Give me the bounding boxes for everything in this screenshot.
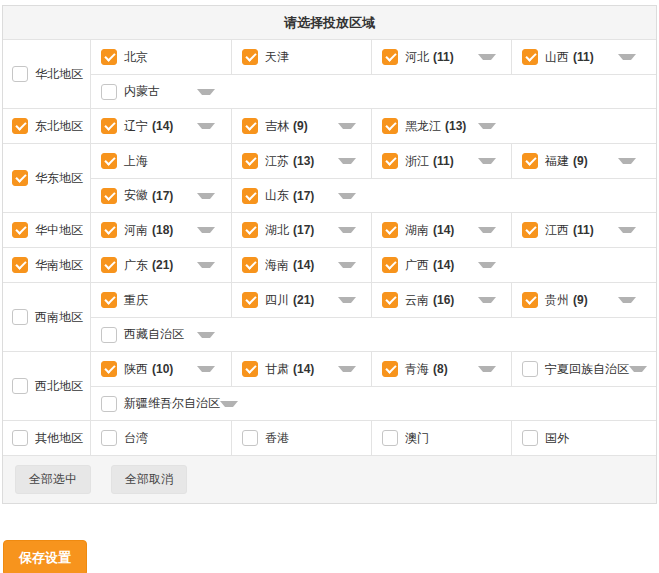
province-cell[interactable]: 湖北(17) xyxy=(231,213,371,247)
chevron-down-icon[interactable] xyxy=(197,193,215,199)
save-settings-button[interactable]: 保存设置 xyxy=(3,540,87,573)
chevron-down-icon[interactable] xyxy=(197,123,215,129)
region-group-cell[interactable]: 西南地区 xyxy=(3,283,91,351)
chevron-down-icon[interactable] xyxy=(197,366,215,372)
checkbox-checked-icon[interactable] xyxy=(101,153,117,169)
province-cell[interactable]: 黑龙江(13) xyxy=(371,109,656,143)
chevron-down-icon[interactable] xyxy=(629,366,647,372)
region-group-cell[interactable]: 华中地区 xyxy=(3,213,91,247)
checkbox-checked-icon[interactable] xyxy=(522,153,538,169)
chevron-down-icon[interactable] xyxy=(618,297,636,303)
province-cell[interactable]: 西藏自治区 xyxy=(91,318,656,351)
chevron-down-icon[interactable] xyxy=(618,54,636,60)
checkbox-checked-icon[interactable] xyxy=(101,188,117,204)
chevron-down-icon[interactable] xyxy=(197,89,215,95)
checkbox-checked-icon[interactable] xyxy=(382,361,398,377)
checkbox-unchecked-icon[interactable] xyxy=(101,396,117,412)
chevron-down-icon[interactable] xyxy=(197,332,215,338)
chevron-down-icon[interactable] xyxy=(478,123,496,129)
region-group-cell[interactable]: 华东地区 xyxy=(3,144,91,212)
chevron-down-icon[interactable] xyxy=(338,297,356,303)
checkbox-checked-icon[interactable] xyxy=(522,292,538,308)
checkbox-checked-icon[interactable] xyxy=(12,222,28,238)
province-cell[interactable]: 山东(17) xyxy=(231,179,656,212)
checkbox-checked-icon[interactable] xyxy=(101,49,117,65)
checkbox-checked-icon[interactable] xyxy=(242,118,258,134)
province-cell[interactable]: 浙江(11) xyxy=(371,144,511,178)
province-cell[interactable]: 广西(14) xyxy=(371,248,656,282)
province-cell[interactable]: 山西(11) xyxy=(511,40,656,74)
checkbox-unchecked-icon[interactable] xyxy=(522,361,538,377)
province-cell[interactable]: 贵州(9) xyxy=(511,283,656,317)
chevron-down-icon[interactable] xyxy=(478,54,496,60)
province-cell[interactable]: 云南(16) xyxy=(371,283,511,317)
province-cell[interactable]: 天津 xyxy=(231,40,371,74)
chevron-down-icon[interactable] xyxy=(478,262,496,268)
chevron-down-icon[interactable] xyxy=(338,123,356,129)
checkbox-checked-icon[interactable] xyxy=(242,257,258,273)
checkbox-unchecked-icon[interactable] xyxy=(101,327,117,343)
chevron-down-icon[interactable] xyxy=(220,401,238,407)
checkbox-unchecked-icon[interactable] xyxy=(12,66,28,82)
select-all-button[interactable]: 全部选中 xyxy=(15,465,91,494)
checkbox-checked-icon[interactable] xyxy=(12,257,28,273)
checkbox-unchecked-icon[interactable] xyxy=(101,84,117,100)
checkbox-checked-icon[interactable] xyxy=(382,49,398,65)
checkbox-unchecked-icon[interactable] xyxy=(242,430,258,446)
region-group-cell[interactable]: 华北地区 xyxy=(3,40,91,108)
deselect-all-button[interactable]: 全部取消 xyxy=(111,465,187,494)
province-cell[interactable]: 海南(14) xyxy=(231,248,371,282)
chevron-down-icon[interactable] xyxy=(618,158,636,164)
chevron-down-icon[interactable] xyxy=(478,366,496,372)
checkbox-unchecked-icon[interactable] xyxy=(522,430,538,446)
province-cell[interactable]: 台湾 xyxy=(91,421,231,455)
checkbox-checked-icon[interactable] xyxy=(101,222,117,238)
province-cell[interactable]: 内蒙古 xyxy=(91,75,656,108)
chevron-down-icon[interactable] xyxy=(338,227,356,233)
checkbox-checked-icon[interactable] xyxy=(242,292,258,308)
province-cell[interactable]: 福建(9) xyxy=(511,144,656,178)
checkbox-checked-icon[interactable] xyxy=(242,153,258,169)
province-cell[interactable]: 吉林(9) xyxy=(231,109,371,143)
province-cell[interactable]: 河北(11) xyxy=(371,40,511,74)
chevron-down-icon[interactable] xyxy=(197,262,215,268)
checkbox-unchecked-icon[interactable] xyxy=(101,430,117,446)
chevron-down-icon[interactable] xyxy=(338,193,356,199)
chevron-down-icon[interactable] xyxy=(338,158,356,164)
checkbox-checked-icon[interactable] xyxy=(12,118,28,134)
province-cell[interactable]: 江苏(13) xyxy=(231,144,371,178)
checkbox-checked-icon[interactable] xyxy=(242,49,258,65)
checkbox-checked-icon[interactable] xyxy=(12,170,28,186)
checkbox-checked-icon[interactable] xyxy=(101,292,117,308)
province-cell[interactable]: 广东(21) xyxy=(91,248,231,282)
checkbox-checked-icon[interactable] xyxy=(382,153,398,169)
province-cell[interactable]: 澳门 xyxy=(371,421,511,455)
chevron-down-icon[interactable] xyxy=(338,366,356,372)
chevron-down-icon[interactable] xyxy=(478,158,496,164)
checkbox-checked-icon[interactable] xyxy=(522,222,538,238)
chevron-down-icon[interactable] xyxy=(618,227,636,233)
province-cell[interactable]: 上海 xyxy=(91,144,231,178)
province-cell[interactable]: 甘肃(14) xyxy=(231,352,371,386)
region-group-cell[interactable]: 东北地区 xyxy=(3,109,91,143)
province-cell[interactable]: 新疆维吾尔自治区 xyxy=(91,387,656,420)
province-cell[interactable]: 江西(11) xyxy=(511,213,656,247)
province-cell[interactable]: 陕西(10) xyxy=(91,352,231,386)
chevron-down-icon[interactable] xyxy=(338,262,356,268)
province-cell[interactable]: 安徽(17) xyxy=(91,179,231,212)
chevron-down-icon[interactable] xyxy=(197,227,215,233)
province-cell[interactable]: 青海(8) xyxy=(371,352,511,386)
checkbox-checked-icon[interactable] xyxy=(522,49,538,65)
checkbox-unchecked-icon[interactable] xyxy=(12,430,28,446)
checkbox-checked-icon[interactable] xyxy=(382,222,398,238)
checkbox-checked-icon[interactable] xyxy=(242,222,258,238)
province-cell[interactable]: 河南(18) xyxy=(91,213,231,247)
checkbox-checked-icon[interactable] xyxy=(101,361,117,377)
checkbox-unchecked-icon[interactable] xyxy=(12,309,28,325)
chevron-down-icon[interactable] xyxy=(478,297,496,303)
province-cell[interactable]: 四川(21) xyxy=(231,283,371,317)
province-cell[interactable]: 香港 xyxy=(231,421,371,455)
province-cell[interactable]: 宁夏回族自治区 xyxy=(511,352,656,386)
checkbox-checked-icon[interactable] xyxy=(382,118,398,134)
region-group-cell[interactable]: 其他地区 xyxy=(3,421,91,455)
